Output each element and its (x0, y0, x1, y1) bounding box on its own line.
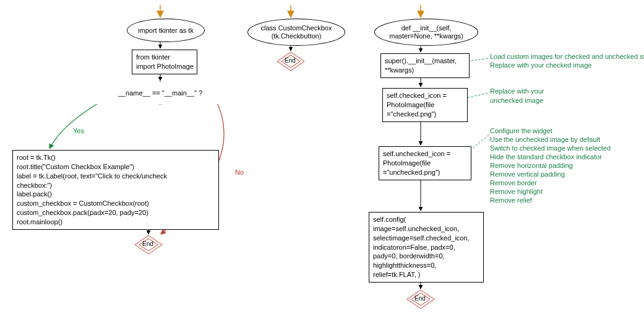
comment-unchecked-8: Remove relief (490, 196, 532, 205)
comment-unchecked-2: Switch to checked image when selected (490, 144, 611, 153)
node-text: import tkinter as tk (138, 27, 194, 35)
node-import-photoimage: from tkinter import PhotoImage (132, 50, 197, 74)
comment-checked-1: Replace with your unchecked image (490, 87, 544, 105)
comment-super-2: Replace with your checked image (490, 61, 591, 70)
node-text: __name__ == "__main__" ? (118, 89, 202, 97)
node-super-init: super().__init__(master, **kwargs) (380, 53, 470, 78)
node-unchecked-icon: self.unchecked_icon = PhotoImage(file ="… (379, 146, 471, 180)
comment-unchecked-3: Hide the standard checkbox indicator (490, 152, 602, 162)
comment-unchecked-0: Configure the widget (490, 126, 552, 136)
node-text: root = tk.Tk() root.title("Custom Checkb… (17, 153, 167, 227)
node-import-tkinter: import tkinter as tk (127, 19, 205, 42)
comment-super-1: Load custom images for checked and unche… (490, 52, 644, 61)
node-text: self.config( image=self.unchecked_icon, … (373, 215, 470, 279)
end-label-class: End (285, 57, 296, 64)
node-text: self.checked_icon = PhotoImage(file ="ch… (387, 91, 447, 119)
comment-unchecked-7: Remove highlight (490, 187, 543, 196)
node-text: from tkinter import PhotoImage (136, 53, 194, 71)
node-main-block: root = tk.Tk() root.title("Custom Checkb… (12, 150, 219, 230)
edge-label-yes: Yes (73, 127, 84, 134)
node-self-config: self.config( image=self.unchecked_icon, … (369, 212, 484, 283)
node-class-customcheckbox: class CustomCheckbox (tk.Checkbutton) (247, 19, 345, 46)
node-text: def __init__(self, master=None, **kwargs… (380, 24, 473, 40)
comment-unchecked-4: Remove horizontal padding (490, 161, 573, 170)
node-text: self.unchecked_icon = PhotoImage(file ="… (383, 149, 450, 177)
end-label-main: End (142, 240, 153, 247)
node-text: class CustomCheckbox (tk.Checkbutton) (253, 24, 340, 40)
node-text: super().__init__(master, **kwargs) (385, 56, 457, 75)
edge-label-no: No (235, 169, 244, 176)
comment-unchecked-1: Use the unchecked image by default (490, 135, 600, 144)
node-name-main-test: __name__ == "__main__" ? (85, 82, 235, 104)
node-checked-icon: self.checked_icon = PhotoImage(file ="ch… (382, 88, 468, 122)
comment-unchecked-5: Remove vertical padding (490, 170, 565, 179)
comment-unchecked-6: Remove border (490, 178, 537, 188)
node-def-init: def __init__(self, master=None, **kwargs… (374, 19, 478, 46)
end-label-init: End (414, 295, 426, 302)
